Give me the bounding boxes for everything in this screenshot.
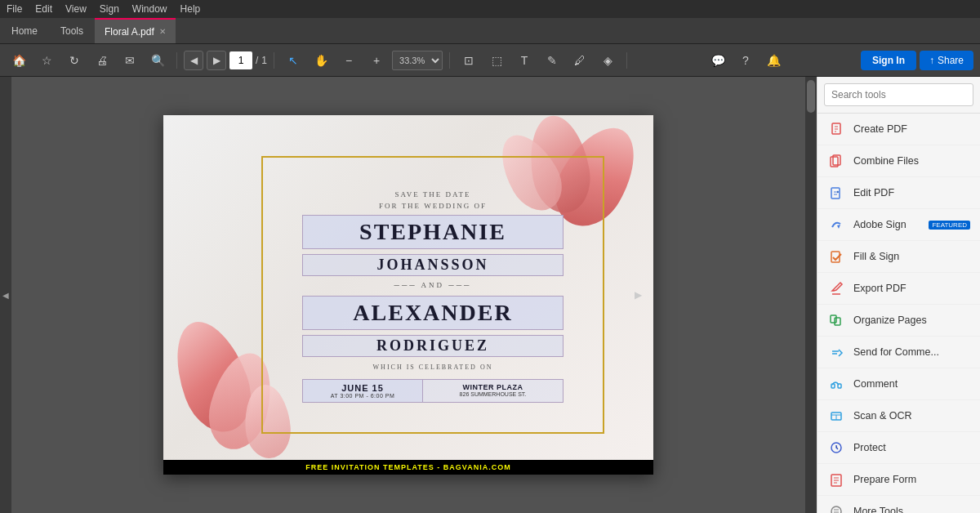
hand-tool[interactable]: ✋ <box>309 49 333 72</box>
menu-window[interactable]: Window <box>132 3 167 15</box>
share-button[interactable]: ↑ Share <box>920 51 973 70</box>
left-panel-toggle[interactable]: ◀ <box>0 77 11 513</box>
save-date-line1: SAVE THE DATE <box>394 190 470 199</box>
tool-item-export-pdf[interactable]: Export PDF <box>817 273 980 305</box>
name-box-alexander: ALEXANDER <box>302 296 564 330</box>
tool-item-send-for-comme...[interactable]: Send for Comme... <box>817 337 980 368</box>
tool-label-5: Export PDF <box>853 283 970 294</box>
tool-icon-8 <box>827 375 845 393</box>
tool-label-0: Create PDF <box>853 123 970 135</box>
bookmark-button[interactable]: ☆ <box>34 49 59 72</box>
tool-item-prepare-form[interactable]: Prepare Form <box>817 464 980 496</box>
tab-close-button[interactable]: ✕ <box>159 27 166 36</box>
tool-item-adobe-sign[interactable]: Adobe SignFEATURED <box>817 209 980 241</box>
text-select-tool[interactable]: T <box>512 49 537 72</box>
separator-2 <box>274 52 274 69</box>
prev-page-button[interactable]: ◀ <box>184 51 203 70</box>
tab-tools[interactable]: Tools <box>49 18 95 43</box>
refresh-button[interactable]: ↻ <box>62 49 87 72</box>
home-button[interactable]: 🏠 <box>7 49 31 72</box>
tool-label-3: Adobe Sign <box>853 219 920 230</box>
tool-item-fill-&-sign[interactable]: Fill & Sign <box>817 241 980 273</box>
tool-item-create-pdf[interactable]: Create PDF <box>817 114 980 145</box>
and-divider: ─── AND ─── <box>394 281 472 289</box>
chat-button[interactable]: 💬 <box>706 49 730 72</box>
date-main: JUNE 15 <box>311 383 414 393</box>
zoom-out-button[interactable]: − <box>336 49 361 72</box>
pdf-viewer[interactable]: SAVE THE DATE FOR THE WEDDING OF STEPHAN… <box>11 77 805 513</box>
tool-item-edit-pdf[interactable]: Edit PDF <box>817 177 980 209</box>
svg-rect-5 <box>831 315 836 323</box>
venue-name: WINTER PLAZA <box>431 383 555 391</box>
separator-4 <box>626 52 627 69</box>
tool-label-7: Send for Comme... <box>853 346 970 358</box>
name-box-johansson: JOHANSSON <box>302 254 564 276</box>
marquee-zoom[interactable]: ⬚ <box>484 49 509 72</box>
menu-edit[interactable]: Edit <box>35 3 52 15</box>
next-page-button[interactable]: ▶ <box>207 51 226 70</box>
stamp-tool[interactable]: ◈ <box>595 49 620 72</box>
tool-label-10: Protect <box>853 442 970 453</box>
zoom-select[interactable]: 33.3% 50% 75% 100% <box>392 51 443 70</box>
menu-view[interactable]: View <box>65 3 87 15</box>
tool-item-scan-&-ocr[interactable]: Scan & OCR <box>817 400 980 432</box>
fit-page-button[interactable]: ⊡ <box>457 49 481 72</box>
search-button[interactable]: 🔍 <box>145 49 170 72</box>
tools-search-input[interactable] <box>824 83 973 106</box>
page-separator: / <box>256 55 258 66</box>
tool-label-1: Combine Files <box>853 155 970 167</box>
tool-item-more-tools[interactable]: More Tools <box>817 496 980 513</box>
pdf-page: SAVE THE DATE FOR THE WEDDING OF STEPHAN… <box>163 115 653 475</box>
tool-label-12: More Tools <box>853 506 970 513</box>
nav-area: ◀ ▶ / 1 <box>184 51 267 70</box>
tool-icon-0 <box>827 120 845 138</box>
date-box: JUNE 15 AT 3:00 PM - 6:00 PM <box>303 380 423 402</box>
tool-label-6: Organize Pages <box>853 314 970 326</box>
zoom-in-button[interactable]: + <box>364 49 389 72</box>
cursor-tool[interactable]: ↖ <box>281 49 305 72</box>
sign-tool[interactable]: 🖊 <box>568 49 592 72</box>
scroll-bar[interactable] <box>805 77 817 513</box>
sign-in-button[interactable]: Sign In <box>861 51 916 70</box>
toolbar: 🏠 ☆ ↻ 🖨 ✉ 🔍 ◀ ▶ / 1 ↖ ✋ − + 33.3% 50% 75… <box>0 44 980 77</box>
help-button[interactable]: ? <box>733 49 758 72</box>
tools-list: Create PDFCombine FilesEdit PDFAdobe Sig… <box>817 114 980 513</box>
venue-box: WINTER PLAZA 826 SUMMERHOUSE ST. <box>423 380 563 402</box>
tool-item-comment[interactable]: Comment <box>817 368 980 400</box>
notifications-button[interactable]: 🔔 <box>761 49 786 72</box>
name-box-stephanie: STEPHANIE <box>302 215 564 249</box>
svg-rect-7 <box>831 384 835 388</box>
tool-item-organize-pages[interactable]: Organize Pages <box>817 305 980 337</box>
menu-sign[interactable]: Sign <box>100 3 119 15</box>
tool-icon-2 <box>827 184 845 202</box>
svg-rect-3 <box>831 188 840 199</box>
print-button[interactable]: 🖨 <box>90 49 114 72</box>
name-alexander: ALEXANDER <box>319 300 546 326</box>
pdf-content: SAVE THE DATE FOR THE WEDDING OF STEPHAN… <box>163 115 653 475</box>
page-number-input[interactable] <box>229 51 252 69</box>
bagvania-footer: FREE INVITATION TEMPLATES - BAGVANIA.COM <box>163 460 653 475</box>
tool-icon-7 <box>827 343 845 361</box>
right-panel-toggle[interactable]: ▶ <box>635 289 642 301</box>
tab-file[interactable]: Floral A.pdf ✕ <box>95 18 176 43</box>
tool-label-2: Edit PDF <box>853 187 970 199</box>
name-stephanie: STEPHANIE <box>319 219 546 245</box>
tab-home[interactable]: Home <box>0 18 49 43</box>
tool-item-combine-files[interactable]: Combine Files <box>817 145 980 177</box>
tool-icon-6 <box>827 311 845 329</box>
tool-icon-3 <box>827 216 845 234</box>
menu-file[interactable]: File <box>7 3 22 15</box>
name-rodriguez: RODRIGUEZ <box>319 337 546 355</box>
tab-file-label: Floral A.pdf <box>105 26 154 38</box>
email-button[interactable]: ✉ <box>118 49 142 72</box>
tool-icon-1 <box>827 152 845 170</box>
date-time: AT 3:00 PM - 6:00 PM <box>311 393 414 399</box>
separator-1 <box>176 52 177 69</box>
menu-bar: File Edit View Sign Window Help <box>0 0 980 18</box>
menu-help[interactable]: Help <box>180 3 201 15</box>
draw-tool[interactable]: ✎ <box>540 49 564 72</box>
svg-rect-8 <box>838 384 841 388</box>
scroll-thumb[interactable] <box>807 80 815 113</box>
tool-item-protect[interactable]: Protect <box>817 432 980 464</box>
tool-icon-4 <box>827 248 845 265</box>
